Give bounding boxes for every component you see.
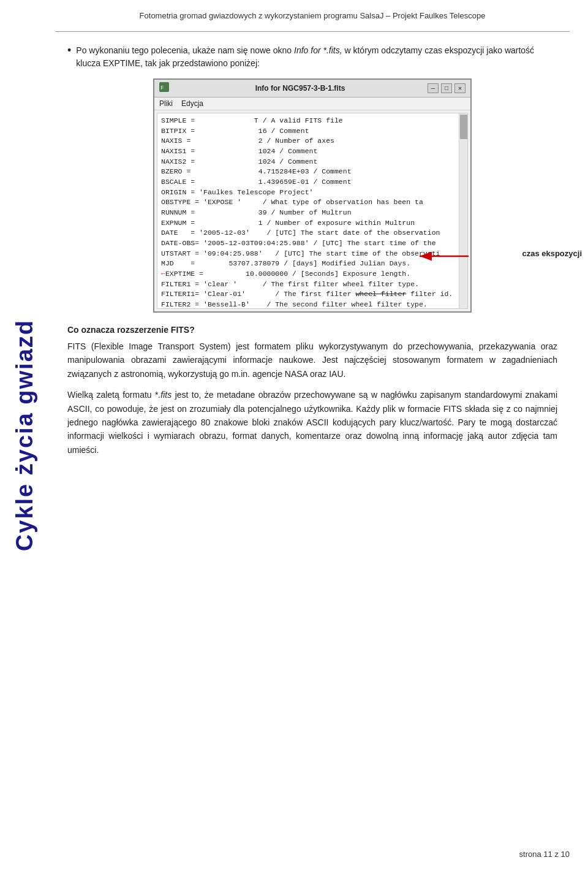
strikethrough-text: wheel filter — [355, 290, 406, 298]
fits-line-11: EXPNUM = 1 / Number of exposure within M… — [161, 218, 464, 229]
section-co-para2: Wielką zaletą formatu *.fits jest to, że… — [67, 388, 557, 457]
sidebar-text: Cykle życia gwiazd — [12, 319, 38, 551]
fits-menu-edycja[interactable]: Edycja — [181, 99, 203, 108]
page-footer: strona 11 z 10 — [519, 850, 570, 859]
fits-line-4: NAXIS1 = 1024 / Comment — [161, 146, 464, 157]
content-body: • Po wykonaniu tego polecenia, ukaże nam… — [55, 38, 570, 457]
fits-line-17: FILTER1 = 'clear ' / The first filter wh… — [161, 280, 464, 290]
fits-window: F Info for NGC957-3-B-1.fits — □ ✕ Pliki… — [153, 78, 472, 313]
fits-line-10: RUNNUM = 39 / Number of Multrun — [161, 208, 464, 218]
section-co-heading-text: Co oznacza rozszerzenie FITS? — [67, 325, 195, 335]
bullet-text: Po wykonaniu tego polecenia, ukaże nam s… — [76, 44, 557, 70]
page-number: strona 11 z 10 — [519, 850, 570, 859]
para2-italic: .fits — [158, 390, 172, 400]
header-divider — [55, 31, 570, 32]
fits-menubar: Pliki Edycja — [154, 97, 470, 110]
fits-line-12: DATE = '2005-12-03' / [UTC] The start da… — [161, 228, 464, 238]
main-content: Fotometria gromad gwiazdowych z wykorzys… — [49, 0, 576, 457]
fits-line-13: DATE-OBS= '2005-12-03T09:04:25.988' / [U… — [161, 238, 464, 249]
fits-scrollbar[interactable] — [459, 113, 467, 308]
bullet-section: • Po wykonaniu tego polecenia, ukaże nam… — [67, 44, 557, 70]
fits-line-9: OBSTYPE = 'EXPOSE ' / What type of obser… — [161, 197, 464, 208]
fits-window-controls[interactable]: — □ ✕ — [428, 83, 466, 93]
fits-close-button[interactable]: ✕ — [454, 83, 466, 93]
section-co-heading: Co oznacza rozszerzenie FITS? — [67, 325, 557, 335]
fits-window-container: F Info for NGC957-3-B-1.fits — □ ✕ Pliki… — [116, 78, 508, 313]
bullet-text-before: Po wykonaniu tego polecenia, ukaże nam s… — [76, 45, 294, 55]
para2-before: Wielką zaletą formatu * — [67, 390, 158, 400]
fits-titlebar: F Info for NGC957-3-B-1.fits — □ ✕ — [154, 80, 470, 97]
exptime-highlight: ← — [161, 270, 165, 278]
fits-window-icon: F — [159, 82, 169, 94]
header-text: Fotometria gromad gwiazdowych z wykorzys… — [140, 11, 486, 20]
bullet-icon: • — [67, 44, 71, 58]
fits-window-title: Info for NGC957-3-B-1.fits — [255, 84, 345, 93]
fits-maximize-button[interactable]: □ — [441, 83, 452, 93]
fits-line-1: SIMPLE = T / A valid FITS file — [161, 116, 464, 126]
section-co-para1: FITS (Flexible Image Transport System) j… — [67, 340, 557, 381]
fits-line-3: NAXIS = 2 / Number of axes — [161, 136, 464, 146]
fits-line-2: BITPIX = 16 / Comment — [161, 126, 464, 137]
fits-content-area: SIMPLE = T / A valid FITS file BITPIX = … — [157, 113, 468, 309]
fits-line-15: MJD = 53707.378079 / [days] Modified Jul… — [161, 259, 464, 269]
fits-line-8: ORIGIN = 'Faulkes Telescope Project' — [161, 188, 464, 198]
svg-text:F: F — [160, 85, 164, 91]
bullet-text-italic: Info for *.fits, — [294, 45, 342, 55]
fits-line-5: NAXIS2 = 1024 / Comment — [161, 157, 464, 167]
fits-line-19: FILTER2 = 'Bessell-B' / The second filte… — [161, 300, 464, 309]
annotation-label: czas ekspozycji — [522, 249, 582, 258]
fits-line-18: FILTERI1= 'Clear-01' / The first filter … — [161, 289, 464, 300]
fits-line-7: BSCALE = 1.439659E-01 / Comment — [161, 177, 464, 188]
fits-menu-pliki[interactable]: Pliki — [159, 99, 173, 108]
fits-line-exptime: ←EXPTIME = 10.0000000 / [Seconds] Exposu… — [161, 269, 464, 280]
fits-line-6: BZERO = 4.715284E+03 / Comment — [161, 167, 464, 177]
sidebar: Cykle życia gwiazd — [0, 0, 49, 871]
fits-minimize-button[interactable]: — — [428, 83, 439, 93]
fits-line-14: UTSTART = '09:04:25.988' / [UTC] The sta… — [161, 249, 464, 259]
page-header: Fotometria gromad gwiazdowych z wykorzys… — [55, 0, 570, 31]
scrollbar-thumb[interactable] — [460, 115, 467, 139]
